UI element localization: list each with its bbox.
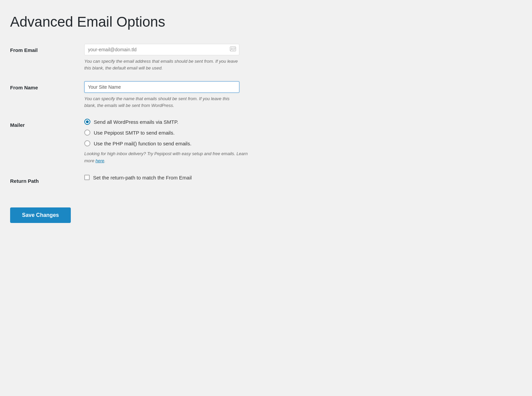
- mailer-radio-smtp[interactable]: [84, 119, 90, 125]
- from-name-row: From Name You can specify the name that …: [10, 81, 293, 109]
- mailer-smtp-label: Send all WordPress emails via SMTP.: [94, 119, 178, 125]
- mailer-option-pepipost[interactable]: Use Pepipost SMTP to send emails.: [84, 130, 293, 136]
- mailer-radio-phpmail[interactable]: [84, 140, 90, 146]
- mailer-description: Looking for high inbox delivery? Try Pep…: [84, 150, 253, 165]
- from-email-label: From Email: [10, 44, 84, 53]
- from-email-description: You can specify the email address that e…: [84, 58, 239, 71]
- mailer-field-cell: Send all WordPress emails via SMTP. Use …: [84, 119, 293, 165]
- from-name-input[interactable]: [84, 81, 239, 93]
- return-path-field-cell: Set the return-path to match the From Em…: [84, 175, 293, 180]
- from-name-description: You can specify the name that emails sho…: [84, 95, 239, 109]
- return-path-checkbox-wrapper[interactable]: Set the return-path to match the From Em…: [84, 175, 293, 180]
- from-name-field-cell: You can specify the name that emails sho…: [84, 81, 293, 109]
- from-email-input[interactable]: [84, 44, 239, 55]
- from-email-input-wrapper: [84, 44, 239, 55]
- return-path-checkbox[interactable]: [84, 175, 90, 180]
- from-email-field-cell: You can specify the email address that e…: [84, 44, 293, 71]
- return-path-label: Return Path: [10, 175, 84, 184]
- pepipost-learn-more-link[interactable]: here: [95, 158, 104, 163]
- return-path-checkbox-label: Set the return-path to match the From Em…: [93, 175, 192, 180]
- page-title: Advanced Email Options: [10, 13, 293, 30]
- mailer-option-phpmail[interactable]: Use the PHP mail() function to send emai…: [84, 140, 293, 146]
- mailer-radio-group: Send all WordPress emails via SMTP. Use …: [84, 119, 293, 146]
- mailer-row: Mailer Send all WordPress emails via SMT…: [10, 119, 293, 165]
- save-changes-button[interactable]: Save Changes: [10, 207, 71, 223]
- return-path-row: Return Path Set the return-path to match…: [10, 175, 293, 184]
- mailer-pepipost-label: Use Pepipost SMTP to send emails.: [94, 130, 175, 136]
- from-email-row: From Email You can specify the email add…: [10, 44, 293, 71]
- mailer-radio-pepipost[interactable]: [84, 130, 90, 136]
- mailer-phpmail-label: Use the PHP mail() function to send emai…: [94, 141, 191, 146]
- from-name-label: From Name: [10, 81, 84, 90]
- mailer-label: Mailer: [10, 119, 84, 128]
- mailer-option-smtp[interactable]: Send all WordPress emails via SMTP.: [84, 119, 293, 125]
